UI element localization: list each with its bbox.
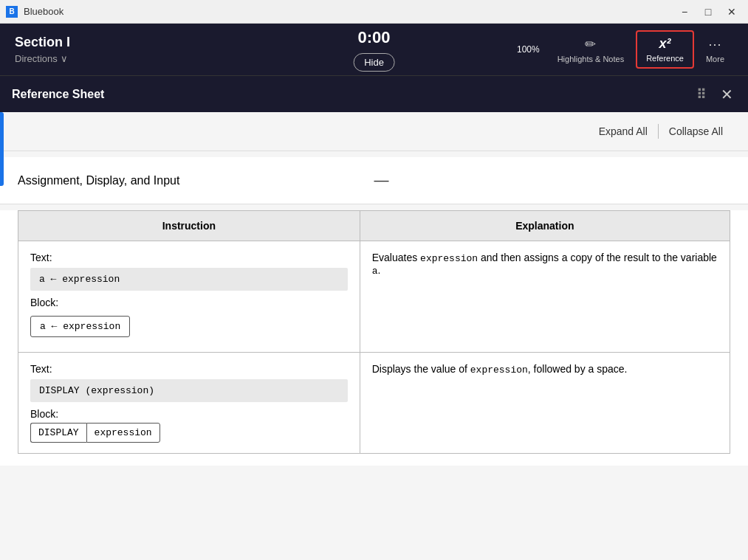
explanation-header: Explanation <box>360 211 730 241</box>
explanation-text-2b: , followed by a space. <box>528 363 628 375</box>
directions-chevron-icon: ∨ <box>61 53 68 64</box>
directions-button[interactable]: Directions ∨ <box>15 53 68 64</box>
left-accent <box>0 112 4 186</box>
window-controls: − □ ✕ <box>674 1 742 22</box>
reference-label: Reference <box>646 54 684 63</box>
section-info: Section I Directions ∨ <box>15 35 517 64</box>
collapse-section-icon[interactable]: — <box>374 172 731 189</box>
text-label-2: Text: <box>30 363 348 375</box>
explanation-text-1c: . <box>378 264 381 276</box>
text-code-2: DISPLAY (expression) <box>30 379 348 402</box>
more-icon: ⋯ <box>708 36 721 52</box>
drag-handle-icon[interactable]: ⠿ <box>696 86 706 103</box>
app-name: Bluebook <box>24 6 668 17</box>
block-label-2: Block: <box>30 408 348 420</box>
app-icon: B <box>6 6 18 18</box>
explanation-code-1b: a <box>372 266 378 277</box>
table-header-row: Instruction Explanation <box>18 211 730 241</box>
block-label-1: Block: <box>30 297 348 308</box>
text-label-1: Text: <box>30 252 348 263</box>
maximize-button[interactable]: □ <box>698 1 718 22</box>
text-code-1: a ← expression <box>30 268 348 291</box>
more-label: More <box>706 55 724 63</box>
minimize-button[interactable]: − <box>674 1 695 22</box>
explanation-code-1a: expression <box>420 253 478 264</box>
expand-all-button[interactable]: Expand All <box>589 121 658 142</box>
header-bar: Section I Directions ∨ 0:00 Hide 100% ✏ … <box>0 24 748 75</box>
highlights-notes-label: Highlights & Notes <box>557 55 625 63</box>
hide-timer-button[interactable]: Hide <box>353 53 395 72</box>
reference-sheet-title: Reference Sheet <box>12 88 696 101</box>
table-row: Text: DISPLAY (expression) Block: DISPLA… <box>18 353 730 454</box>
title-bar: B Bluebook − □ ✕ <box>0 0 748 24</box>
explanation-text-2a: Displays the value of <box>372 363 470 375</box>
explanation-text-1b: and then assigns a copy of the result to… <box>478 252 717 263</box>
block-code-2: DISPLAY expression <box>30 423 348 443</box>
section-heading-title: Assignment, Display, and Input <box>18 174 374 187</box>
reference-table: Instruction Explanation Text: a ← expres… <box>18 210 730 454</box>
timer-display: 0:00 <box>357 28 390 47</box>
directions-label: Directions <box>15 53 58 64</box>
reference-button[interactable]: x² Reference <box>636 30 694 69</box>
close-button[interactable]: ✕ <box>721 1 742 22</box>
highlights-notes-button[interactable]: ✏ Highlights & Notes <box>549 32 634 68</box>
reference-icon: x² <box>659 36 671 52</box>
explanation-code-2a: expression <box>470 364 528 376</box>
explanation-text-1a: Evaluates <box>372 252 420 263</box>
section-heading: Assignment, Display, and Input — <box>0 157 748 204</box>
reference-sheet-header: Reference Sheet ⠿ ✕ <box>0 75 748 112</box>
block-code-2-part2: expression <box>86 423 160 443</box>
main-content: Expand All Collapse All Assignment, Disp… <box>0 112 748 560</box>
more-button[interactable]: ⋯ More <box>697 32 733 68</box>
battery-info: 100% <box>517 44 540 55</box>
block-code-2-part1: DISPLAY <box>30 423 86 443</box>
section-title: Section I <box>15 35 517 50</box>
close-reference-button[interactable]: ✕ <box>718 83 736 106</box>
block-code-1: a ← expression <box>30 316 130 337</box>
explanation-cell-2: Displays the value of expression, follow… <box>360 353 730 454</box>
highlights-notes-icon: ✏ <box>585 36 596 52</box>
expand-collapse-bar: Expand All Collapse All <box>0 112 748 151</box>
header-actions: 100% ✏ Highlights & Notes x² Reference ⋯… <box>517 30 733 69</box>
table-container: Instruction Explanation Text: a ← expres… <box>0 210 748 466</box>
instruction-cell-2: Text: DISPLAY (expression) Block: DISPLA… <box>18 353 360 454</box>
instruction-header: Instruction <box>18 211 360 241</box>
instruction-cell-1: Text: a ← expression Block: a ← expressi… <box>18 241 360 353</box>
explanation-cell-1: Evaluates expression and then assigns a … <box>360 241 730 353</box>
table-row: Text: a ← expression Block: a ← expressi… <box>18 241 730 353</box>
collapse-all-button[interactable]: Collapse All <box>659 121 733 142</box>
